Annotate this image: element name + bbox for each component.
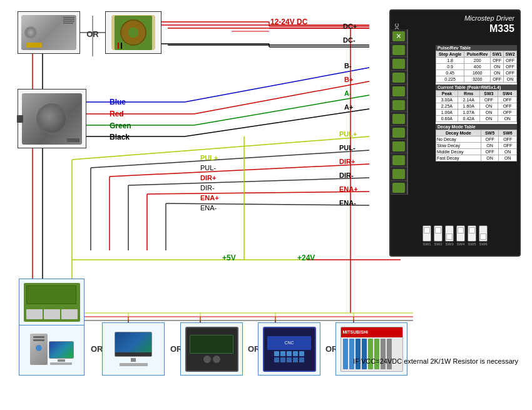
terminal-ena-plus: ENA+ [339,185,358,193]
terminal-b-minus: B- [344,62,352,69]
terminal-ena-minus: ENA- [339,199,356,207]
or-label-1: OR [86,29,99,39]
svg-line-8 [194,95,369,125]
decay-table-header: Decay Mode Table [436,124,517,130]
cnc-keypad-box: CNC [258,322,320,376]
pulse-table-header: Pulse/Rev Table [436,45,517,51]
terminal-block [391,29,408,195]
driver-model: M335 [391,23,519,38]
wire-label-blue: Blue [110,98,126,106]
terminal-a-minus: A- [344,90,352,97]
signal-pul-minus: PUL- [200,164,216,172]
terminal-pul-minus: PUL- [339,144,356,151]
svg-line-23 [147,192,369,194]
wire-label-black: Black [110,133,130,141]
svg-line-21 [128,178,369,185]
driver-unit: Microstep Driver M335 DC: 12-24VDC Pulse… [389,9,521,257]
plus-5v-label: +5V [222,254,236,262]
dip-switches-row: SW1 SW2 SW3 SW4 [397,225,513,246]
svg-line-17 [91,150,369,168]
wire-label-green: Green [110,121,131,130]
power-supply-image [21,15,76,50]
terminal-a-plus: A+ [344,103,353,111]
signal-pul-plus: PUL+ [200,154,218,161]
voltage-label: 12-24V DC [270,18,307,26]
svg-line-4 [185,68,369,102]
plus-24v-label: +24V [297,254,315,262]
signal-ena-minus: ENA- [200,204,217,212]
breakout-board-box [19,279,84,325]
terminal-b-plus: B+ [344,76,353,83]
diagram-container: OR 12-24V DC Blue Red Green Black [0,0,532,410]
terminal-dir-minus: DIR- [339,172,354,179]
cnc-controller-box [180,322,243,376]
plc-mitsubishi-box: MITSUBISHI [335,322,407,376]
terminal-pul-plus: PUL+ [339,130,357,138]
driver-title: Microstep Driver [391,11,519,23]
signal-ena-plus: ENA+ [200,194,219,202]
desktop-computer-box [102,322,165,376]
toroid-image [111,15,155,50]
wire-label-red: Red [110,110,124,118]
signal-dir-minus: DIR- [200,184,215,192]
pc-computer-box [19,322,84,376]
power-supply-box [18,11,80,54]
signal-dir-plus: DIR+ [200,174,216,182]
or-label-2: OR [91,344,103,354]
stepper-motor-image [22,93,82,145]
svg-line-19 [110,164,369,177]
current-table-header: Current Table (Peak=RMSx1.4) [436,85,517,90]
terminal-dir-plus: DIR+ [339,158,355,165]
stepper-motor-box [18,89,86,148]
terminal-dc-minus: DC- [343,36,356,44]
toroid-box [105,11,161,54]
driver-tables: Pulse/Rev Table Step Angle Pulse/Rev SW1… [436,45,517,161]
svg-line-6 [194,81,369,114]
info-text: IF:VCC=24VDC external 2K/1W Resistor is … [353,356,518,367]
terminal-dc-plus: DC+ [343,23,357,30]
